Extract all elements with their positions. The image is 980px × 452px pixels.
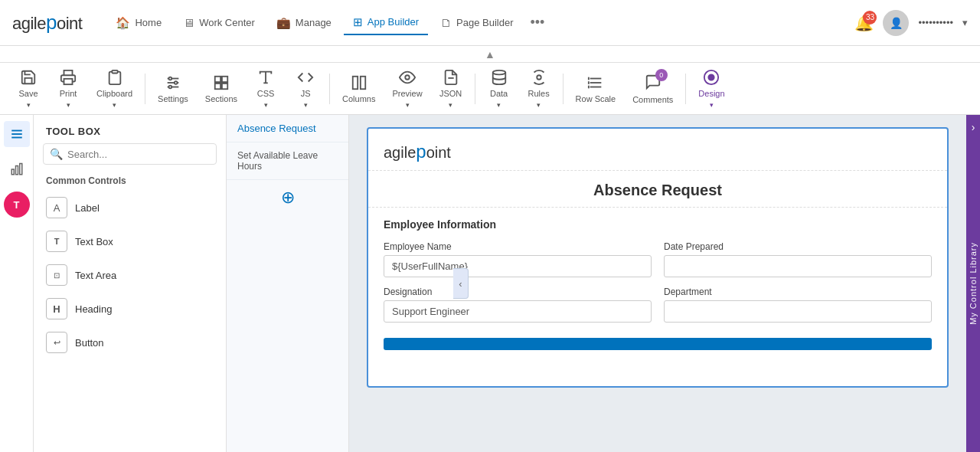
toolbar-clipboard[interactable]: Clipboard ▾: [89, 66, 140, 112]
search-icon: 🔍: [50, 148, 63, 160]
toolbox-item-button[interactable]: ↩ Button: [34, 326, 226, 359]
toolbox-item-heading[interactable]: H Heading: [34, 292, 226, 326]
toolbar-data[interactable]: Data ▾: [480, 66, 518, 112]
monitor-icon: 🖥: [183, 16, 194, 29]
toolbar-rules[interactable]: Rules ▾: [520, 66, 558, 112]
svg-rect-14: [353, 76, 358, 89]
home-icon: 🏠: [116, 16, 130, 30]
main-layout: T TOOL BOX 🔍 Common Controls A Label T T…: [0, 115, 980, 452]
svg-point-16: [405, 75, 410, 80]
nav-workcenter[interactable]: 🖥 Work Center: [174, 11, 264, 34]
svg-rect-1: [112, 70, 117, 73]
toolbar-js[interactable]: JS ▾: [286, 66, 325, 112]
textbox-tool-icon: T: [46, 231, 67, 252]
search-input[interactable]: [67, 149, 210, 160]
notification-button[interactable]: 🔔 33: [854, 14, 874, 32]
form-input-employee-name[interactable]: [384, 255, 652, 277]
svg-point-7: [168, 85, 172, 88]
toolbar-json[interactable]: JSON ▾: [432, 66, 470, 112]
toolbox-header: TOOL BOX: [34, 115, 226, 143]
top-nav: agilepoint 🏠 Home 🖥 Work Center 💼 Manage…: [0, 0, 980, 46]
toolbar-design[interactable]: Design ▾: [691, 66, 732, 112]
nav-manage[interactable]: 💼 Manage: [267, 11, 341, 34]
form-input-designation[interactable]: [384, 300, 652, 323]
toolbar-design-label: Design: [698, 89, 724, 98]
form-input-department[interactable]: [664, 300, 932, 323]
toolbar-divider-1: [145, 74, 145, 104]
form-field-designation: Designation: [384, 287, 652, 323]
sidebar-chart-icon[interactable]: [4, 156, 30, 182]
svg-rect-9: [222, 76, 227, 81]
form-row-3: [368, 327, 947, 365]
grid-icon: ⊞: [353, 15, 363, 29]
user-name: ••••••••••: [918, 17, 953, 28]
toolbox-panel: TOOL BOX 🔍 Common Controls A Label T Tex…: [34, 115, 227, 452]
middle-nav-absence-request[interactable]: Absence Request: [227, 115, 348, 142]
toolbar-save-label: Save: [18, 89, 38, 98]
svg-rect-8: [215, 76, 220, 81]
collapse-arrow-icon: ▲: [485, 48, 495, 61]
toolbar-rowscale[interactable]: Row Scale: [568, 71, 624, 106]
svg-rect-29: [15, 166, 18, 175]
toolbox-heading-text: Heading: [75, 303, 112, 315]
toolbar-preview[interactable]: Preview ▾: [384, 66, 430, 112]
svg-point-18: [492, 70, 505, 74]
svg-point-24: [709, 74, 714, 80]
form-logo-text: agilepoint: [384, 141, 451, 162]
toolbar-comments-label: Comments: [632, 95, 673, 104]
toolbar-css[interactable]: CSS ▾: [247, 66, 285, 112]
nav-pagebuilder[interactable]: 🗋 Page Builder: [431, 11, 522, 34]
form-field-employee-name: Employee Name: [384, 241, 652, 277]
toolbox-item-textarea[interactable]: ⊡ Text Area: [34, 258, 226, 292]
nav-more[interactable]: •••: [526, 10, 550, 35]
form-section-title: Employee Information: [368, 208, 947, 237]
form-card: agilepoint Absence Request Employee Info…: [367, 127, 949, 388]
nav-appbuilder-label: App Builder: [368, 16, 419, 28]
toolbox-item-label[interactable]: A Label: [34, 191, 226, 224]
toolbox-section-title: Common Controls: [34, 171, 226, 191]
toolbar-data-label: Data: [490, 89, 508, 98]
toolbox-button-text: Button: [75, 337, 104, 349]
middle-nav: Absence Request Set Available Leave Hour…: [227, 115, 349, 452]
avatar: 👤: [883, 10, 909, 36]
toolbar-divider-2: [329, 74, 330, 104]
comments-badge: 0: [655, 69, 668, 81]
svg-rect-10: [215, 83, 220, 88]
sidebar-user-avatar: T: [4, 192, 30, 218]
toolbar-save[interactable]: Save ▾: [9, 66, 47, 112]
toolbar-comments[interactable]: 0 Comments: [625, 70, 681, 107]
user-dropdown-icon[interactable]: ▾: [962, 17, 968, 28]
toolbar-css-label: CSS: [257, 89, 275, 98]
middle-nav-leave-hours[interactable]: Set Available Leave Hours: [227, 142, 348, 180]
middle-nav-add-button[interactable]: ⊕: [227, 180, 348, 215]
toolbox-item-textbox[interactable]: T Text Box: [34, 224, 226, 258]
toolbar-sections[interactable]: Sections: [198, 71, 245, 106]
form-input-date-prepared[interactable]: [664, 255, 932, 277]
collapse-panel-button[interactable]: ‹: [453, 268, 469, 299]
logo: agilepoint: [12, 11, 82, 34]
toolbar-settings[interactable]: Settings: [150, 71, 196, 106]
form-field-department: Department: [664, 287, 932, 323]
form-submit-button[interactable]: [384, 338, 932, 350]
nav-home[interactable]: 🏠 Home: [106, 11, 171, 34]
toolbox-label-text: Label: [75, 202, 100, 214]
right-control-library[interactable]: › My Control Library: [966, 115, 980, 452]
nav-home-label: Home: [135, 17, 162, 28]
sidebar-list-icon[interactable]: [4, 121, 30, 147]
toolbar-columns-label: Columns: [342, 94, 375, 103]
form-logo: agilepoint: [384, 141, 932, 162]
toolbar-print-label: Print: [60, 89, 77, 98]
toolbar-print[interactable]: Print ▾: [49, 66, 87, 112]
collapse-bar[interactable]: ▲: [0, 46, 980, 63]
form-label-department: Department: [664, 287, 932, 297]
nav-appbuilder[interactable]: ⊞ App Builder: [344, 11, 428, 35]
toolbar-settings-label: Settings: [158, 94, 188, 103]
label-tool-icon: A: [46, 197, 67, 218]
plus-circle-icon: ⊕: [281, 188, 295, 208]
toolbar-rowscale-label: Row Scale: [576, 94, 616, 103]
toolbox-textbox-text: Text Box: [75, 236, 113, 247]
toolbar-clipboard-label: Clipboard: [96, 89, 132, 98]
toolbox-textarea-text: Text Area: [75, 270, 116, 281]
toolbar-divider-4: [563, 74, 564, 104]
toolbar-columns[interactable]: Columns: [335, 71, 383, 106]
